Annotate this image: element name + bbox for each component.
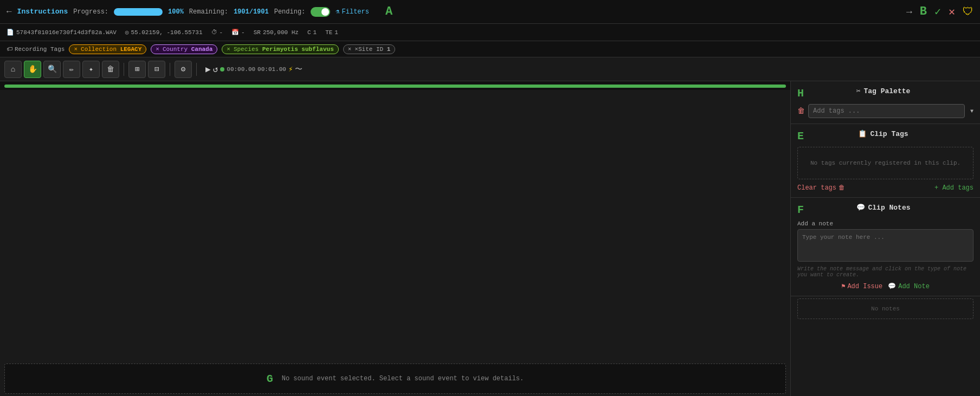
- calendar-icon: 📅: [231, 29, 239, 36]
- clip-notes-section: F 💬 Clip Notes Add a note Write the note…: [791, 198, 980, 296]
- tag-remove-site[interactable]: ×: [348, 46, 352, 53]
- clip-tags-title: 📋 Clip Tags: [858, 129, 908, 138]
- sr-label: SR: [254, 29, 261, 36]
- pending-toggle[interactable]: [311, 7, 330, 17]
- sparkle-icon: ✦: [89, 64, 93, 74]
- add-issue-button[interactable]: ⚑ Add Issue: [841, 282, 882, 290]
- select-icon: ⊞: [135, 64, 139, 74]
- add-tags-button[interactable]: + Add tags: [934, 184, 973, 192]
- label-g: G: [267, 373, 273, 385]
- tags-bar: 🏷 Recording Tags × Collection LEGACY × C…: [0, 41, 980, 57]
- sound-event-panel: G No sound event selected. Select a soun…: [4, 363, 786, 394]
- file-icon: 📄: [7, 29, 14, 36]
- back-button[interactable]: ←: [7, 7, 12, 17]
- expand-icon: ⊟: [154, 64, 159, 74]
- tag-palette-header: ✂ Tag Palette: [856, 87, 911, 95]
- tag-remove-species[interactable]: ×: [227, 46, 230, 53]
- clear-tags-label: Clear tags: [797, 184, 836, 192]
- home-tool-button[interactable]: ⌂: [4, 61, 22, 78]
- add-note-chat-icon: 💬: [888, 282, 896, 290]
- filter-icon: ⚗: [336, 8, 339, 16]
- right-panel: H ✂ Tag Palette 🗑 ▼ E 📋 Clip Tags: [790, 81, 980, 396]
- calendar-val: -: [241, 29, 245, 36]
- sparkle-tool-button[interactable]: ✦: [82, 61, 100, 78]
- gear-icon: ⚙: [181, 64, 185, 74]
- approve-button[interactable]: ✓: [934, 5, 941, 18]
- hand-icon: ✋: [28, 64, 37, 74]
- top-bar: ← Instructions Progress: 100% Remaining:…: [0, 0, 980, 24]
- add-issue-label: Add Issue: [847, 283, 882, 290]
- clip-tags-body: No tags currently registered in this cli…: [797, 147, 973, 179]
- issue-flag-icon: ⚑: [841, 282, 845, 290]
- time-end: 00:01.00: [257, 66, 286, 73]
- replay-button[interactable]: ↺: [213, 64, 218, 75]
- select-expand-button[interactable]: ⊟: [148, 61, 165, 78]
- filter-label: Filters: [342, 8, 369, 16]
- edit-tool-button[interactable]: ✏: [63, 61, 80, 78]
- tag-remove-country[interactable]: ×: [156, 46, 159, 53]
- c-val: 1: [313, 29, 317, 36]
- tag-species[interactable]: × Species Perimyotis subflavus: [222, 44, 338, 54]
- toolbar: ⌂ ✋ 🔍 ✏ ✦ 🗑 ⊞ ⊟ ⚙ ▶ ↺ 00:00.00 00:01.00 …: [0, 57, 980, 81]
- note-hint: Write the note message and click on the …: [797, 266, 973, 278]
- toggle-knob: [321, 8, 329, 16]
- toolbar-separator-2: [170, 63, 170, 76]
- instructions-link[interactable]: Instructions: [17, 8, 68, 16]
- progress-bar: [114, 8, 163, 16]
- sr-item: SR 250,000 Hz: [254, 29, 299, 36]
- clip-tags-label: Clip Tags: [870, 130, 908, 138]
- notes-list-container: No notes: [797, 298, 973, 319]
- playback-indicator: [220, 67, 224, 72]
- clip-tags-section: E 📋 Clip Tags No tags currently register…: [791, 124, 980, 198]
- tag-remove-collection[interactable]: ×: [74, 46, 78, 53]
- toolbar-separator-3: [196, 63, 197, 76]
- add-note-label2: Add Note: [898, 283, 930, 290]
- meta-bar: 📄 57843f81016e730f14d3f82a.WAV ◎ 55.0215…: [0, 24, 980, 41]
- filename-item: 📄 57843f81016e730f14d3f82a.WAV: [7, 29, 117, 36]
- next-button[interactable]: →: [906, 7, 912, 17]
- te-label: TE: [325, 29, 332, 36]
- tag-collection[interactable]: × Collection LEGACY: [69, 44, 146, 54]
- progress-scrubber[interactable]: [0, 81, 790, 90]
- c-label: C: [307, 29, 311, 36]
- clock-val: -: [220, 29, 223, 36]
- shield-button[interactable]: 🛡: [963, 5, 973, 18]
- trash-tool-button[interactable]: 🗑: [102, 61, 119, 78]
- label-h: H: [797, 87, 804, 100]
- add-note-label: Add a note: [797, 220, 973, 227]
- add-note-button[interactable]: 💬 Add Note: [888, 282, 930, 290]
- tag-species-text: Species Perimyotis subflavus: [234, 46, 334, 53]
- clock-icon: ⏱: [211, 29, 217, 36]
- remaining-label: Remaining:: [189, 8, 228, 16]
- wave-icon: 〜: [295, 64, 302, 74]
- label-f: F: [797, 204, 804, 216]
- clip-icon: 📋: [858, 129, 867, 138]
- main-layout: 0.0 0.10 0.20 0.30 0.40 0.50 0.60 0.70 0…: [0, 81, 980, 396]
- tag-palette-row: 🗑 ▼: [797, 104, 973, 118]
- label-b: B: [920, 5, 927, 18]
- clear-tags-button[interactable]: Clear tags 🗑: [797, 184, 845, 192]
- tag-site[interactable]: × ×Site ID 1: [343, 44, 396, 54]
- add-tags-label: + Add tags: [934, 184, 973, 192]
- play-button[interactable]: ▶: [205, 64, 211, 75]
- note-textarea[interactable]: [797, 229, 973, 262]
- trash-icon: 🗑: [107, 65, 114, 74]
- hand-tool-button[interactable]: ✋: [24, 61, 41, 78]
- gear-tool-button[interactable]: ⚙: [175, 61, 192, 78]
- tag-palette-trash[interactable]: 🗑: [797, 107, 805, 115]
- zoom-tool-button[interactable]: 🔍: [43, 61, 61, 78]
- dropdown-arrow[interactable]: ▼: [970, 108, 973, 114]
- main-content: 0.0 0.10 0.20 0.30 0.40 0.50 0.60 0.70 0…: [0, 81, 790, 396]
- reject-button[interactable]: ✕: [949, 5, 955, 18]
- clock-item: ⏱ -: [211, 29, 223, 36]
- select-tool-button[interactable]: ⊞: [128, 61, 146, 78]
- tag-icon: 🏷: [7, 46, 12, 53]
- progress-bar-fill: [114, 8, 163, 16]
- tag-country[interactable]: × Country Canada: [151, 44, 217, 54]
- filter-button[interactable]: ⚗ Filters: [336, 8, 369, 16]
- coordinates: 55.02159, -106.55731: [131, 29, 202, 36]
- add-tags-input[interactable]: [808, 104, 965, 118]
- note-actions: ⚑ Add Issue 💬 Add Note: [797, 282, 973, 290]
- tag-country-text: Country Canada: [163, 46, 212, 53]
- label-a: A: [385, 5, 392, 18]
